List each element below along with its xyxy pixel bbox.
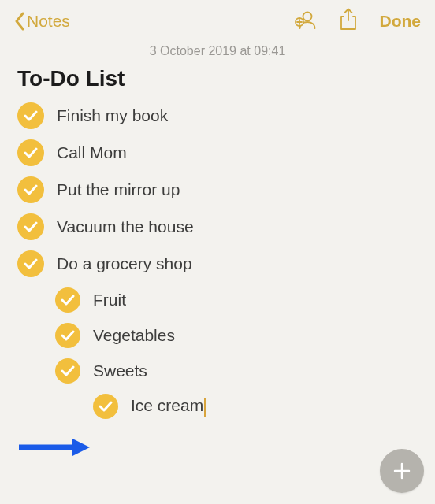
- checklist-item[interactable]: Finish my book: [17, 102, 418, 129]
- checkbox-checked-icon[interactable]: [17, 176, 44, 203]
- new-note-button[interactable]: [380, 449, 424, 493]
- checkbox-checked-icon[interactable]: [17, 213, 44, 240]
- annotation-arrow-icon: [17, 438, 90, 457]
- checkbox-checked-icon[interactable]: [55, 323, 80, 348]
- checklist-subitem[interactable]: Vegetables: [55, 323, 418, 348]
- checklist-item-text[interactable]: Vegetables: [93, 326, 175, 345]
- checklist-item-text[interactable]: Do a grocery shop: [57, 254, 192, 273]
- share-icon[interactable]: [339, 8, 358, 35]
- checkbox-checked-icon[interactable]: [55, 287, 80, 313]
- note-content[interactable]: To-Do List Finish my book Call Mom Put t…: [0, 66, 435, 419]
- navigation-bar: Notes Done: [0, 0, 435, 39]
- checklist-subsubitem[interactable]: Ice cream: [93, 394, 418, 419]
- back-button[interactable]: Notes: [14, 12, 70, 31]
- checkbox-checked-icon[interactable]: [17, 139, 44, 166]
- checklist-item-text[interactable]: Sweets: [93, 361, 147, 380]
- svg-marker-6: [72, 439, 90, 456]
- checklist-item-text[interactable]: Fruit: [93, 291, 126, 309]
- checklist-subitem[interactable]: Sweets: [55, 358, 418, 384]
- back-label: Notes: [27, 12, 70, 31]
- checklist-item[interactable]: Put the mirror up: [17, 176, 418, 203]
- add-person-icon[interactable]: [293, 9, 317, 33]
- checkbox-checked-icon[interactable]: [93, 394, 118, 419]
- checklist-subitem[interactable]: Fruit: [55, 287, 418, 313]
- note-title[interactable]: To-Do List: [17, 66, 418, 91]
- text-cursor: [204, 398, 206, 417]
- checklist-item-text[interactable]: Put the mirror up: [57, 180, 180, 199]
- chevron-back-icon: [14, 12, 25, 31]
- checklist-item-text[interactable]: Call Mom: [57, 143, 127, 162]
- done-button[interactable]: Done: [380, 12, 422, 31]
- checklist-item-text[interactable]: Finish my book: [57, 106, 168, 125]
- checkbox-checked-icon[interactable]: [55, 358, 80, 384]
- checklist-item-text[interactable]: Ice cream: [131, 396, 206, 416]
- plus-icon: [391, 460, 413, 482]
- checkbox-checked-icon[interactable]: [17, 250, 44, 277]
- checklist-item[interactable]: Vacuum the house: [17, 213, 418, 240]
- checkbox-checked-icon[interactable]: [17, 102, 44, 129]
- checklist-item-text[interactable]: Vacuum the house: [57, 217, 194, 236]
- nav-actions: Done: [293, 8, 422, 35]
- checklist-item[interactable]: Call Mom: [17, 139, 418, 166]
- note-timestamp: 3 October 2019 at 09:41: [0, 39, 435, 66]
- checklist-item[interactable]: Do a grocery shop: [17, 250, 418, 277]
- svg-point-0: [303, 13, 311, 21]
